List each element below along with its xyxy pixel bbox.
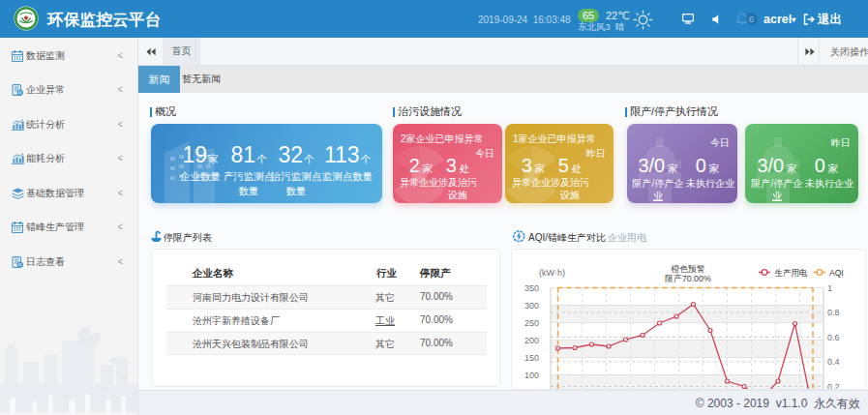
svg-text:(kW·h): (kW·h) (539, 268, 565, 278)
svg-text:橙色预警: 橙色预警 (671, 264, 704, 274)
svg-text:350: 350 (524, 283, 539, 293)
svg-text:300: 300 (524, 301, 539, 311)
svg-text:150: 150 (524, 353, 539, 363)
svg-text:AQI: AQI (829, 268, 844, 278)
svg-text:1: 1 (827, 283, 832, 293)
svg-text:0.2: 0.2 (827, 382, 840, 390)
svg-text:0.6: 0.6 (827, 333, 840, 342)
svg-text:0.8: 0.8 (827, 308, 840, 317)
svg-text:限产70.00%: 限产70.00% (665, 274, 711, 283)
svg-text:生产用电: 生产用电 (775, 268, 809, 278)
svg-text:100: 100 (524, 371, 539, 380)
svg-text:0.4: 0.4 (827, 357, 840, 367)
svg-text:250: 250 (524, 318, 539, 328)
svg-text:200: 200 (524, 336, 539, 345)
